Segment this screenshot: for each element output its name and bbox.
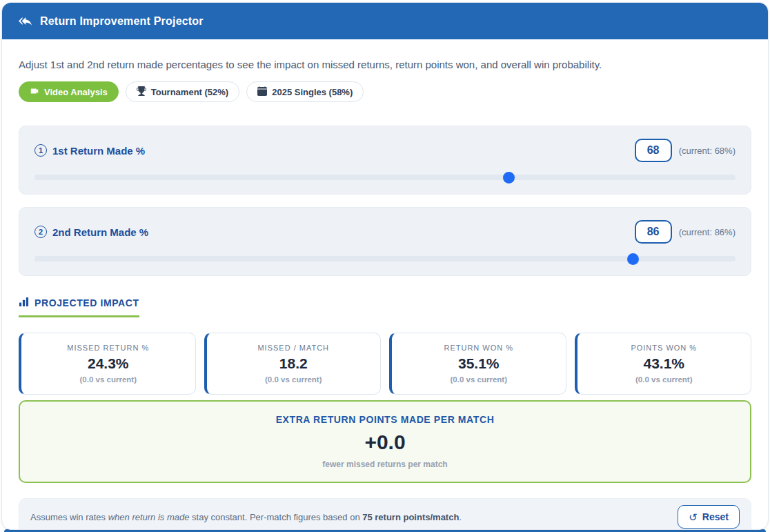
stat-missed-per-match: MISSED / MATCH 18.2 (0.0 vs current) bbox=[204, 333, 382, 395]
reply-all-icon bbox=[19, 14, 32, 28]
stat-delta: (0.0 vs current) bbox=[451, 375, 507, 384]
calendar-icon bbox=[257, 86, 267, 98]
stat-delta: (0.0 vs current) bbox=[265, 375, 322, 384]
badge-tournament[interactable]: Tournament (52%) bbox=[126, 81, 239, 102]
number-one-icon: 1 bbox=[34, 144, 47, 157]
projected-impact-header: PROJECTED IMPACT bbox=[19, 297, 139, 317]
first-return-slider[interactable] bbox=[34, 175, 736, 180]
section-title: PROJECTED IMPACT bbox=[34, 297, 139, 308]
first-return-label: 1 1st Return Made % bbox=[34, 144, 145, 157]
highlight-value: +0.0 bbox=[364, 431, 405, 454]
return-improvement-projector-panel: Return Improvement Projector Adjust 1st … bbox=[1, 2, 769, 530]
second-return-value-input[interactable] bbox=[635, 220, 672, 244]
stat-label: POINTS WON % bbox=[631, 344, 697, 352]
stat-value: 18.2 bbox=[279, 355, 308, 372]
stat-delta: (0.0 vs current) bbox=[635, 375, 692, 384]
extra-points-highlight-card: EXTRA RETURN POINTS MADE PER MATCH +0.0 … bbox=[19, 400, 751, 483]
assumptions-footer: Assumes win rates when return is made st… bbox=[19, 498, 751, 530]
second-return-slider[interactable] bbox=[34, 256, 736, 262]
number-two-icon: 2 bbox=[34, 226, 47, 238]
stat-return-won-pct: RETURN WON % 35.1% (0.0 vs current) bbox=[389, 333, 566, 395]
first-return-value-input[interactable] bbox=[635, 139, 672, 162]
reset-icon: ↺ bbox=[689, 512, 698, 522]
reset-label: Reset bbox=[702, 511, 729, 522]
highlight-title: EXTRA RETURN POINTS MADE PER MATCH bbox=[276, 414, 495, 425]
second-return-slider-card: 2 2nd Return Made % (current: 86%) bbox=[19, 207, 751, 276]
stat-delta: (0.0 vs current) bbox=[80, 375, 137, 384]
impact-stats-row: MISSED RETURN % 24.3% (0.0 vs current) M… bbox=[19, 333, 751, 395]
bar-chart-icon bbox=[19, 297, 29, 309]
second-return-label: 2 2nd Return Made % bbox=[34, 226, 148, 238]
stat-label: MISSED / MATCH bbox=[257, 344, 329, 352]
panel-header: Return Improvement Projector bbox=[2, 3, 768, 39]
stat-label: MISSED RETURN % bbox=[67, 344, 149, 352]
stat-points-won-pct: POINTS WON % 43.1% (0.0 vs current) bbox=[575, 333, 752, 395]
stat-label: RETURN WON % bbox=[444, 344, 513, 352]
badge-label: Tournament (52%) bbox=[151, 87, 228, 97]
context-badges: Video Analysis Tournament (52%) 2025 Sin… bbox=[19, 81, 751, 102]
assumptions-note: Assumes win rates when return is made st… bbox=[30, 512, 462, 522]
badge-label: 2025 Singles (58%) bbox=[272, 87, 353, 97]
stat-value: 24.3% bbox=[88, 355, 129, 372]
stat-missed-return-pct: MISSED RETURN % 24.3% (0.0 vs current) bbox=[19, 333, 196, 395]
highlight-subtitle: fewer missed returns per match bbox=[322, 460, 447, 469]
trophy-icon bbox=[137, 86, 146, 98]
video-camera-icon bbox=[30, 86, 39, 98]
badge-label: Video Analysis bbox=[44, 87, 108, 97]
first-return-current-note: (current: 68%) bbox=[679, 146, 736, 156]
first-return-slider-card: 1 1st Return Made % (current: 68%) bbox=[19, 126, 751, 195]
stat-value: 35.1% bbox=[458, 355, 500, 372]
stat-value: 43.1% bbox=[643, 355, 684, 372]
description-text: Adjust 1st and 2nd return made percentag… bbox=[19, 59, 751, 70]
page-title: Return Improvement Projector bbox=[40, 15, 204, 28]
reset-button[interactable]: ↺ Reset bbox=[678, 505, 740, 529]
badge-video-analysis[interactable]: Video Analysis bbox=[19, 81, 119, 102]
badge-season[interactable]: 2025 Singles (58%) bbox=[246, 81, 364, 102]
second-return-current-note: (current: 86%) bbox=[679, 227, 736, 237]
